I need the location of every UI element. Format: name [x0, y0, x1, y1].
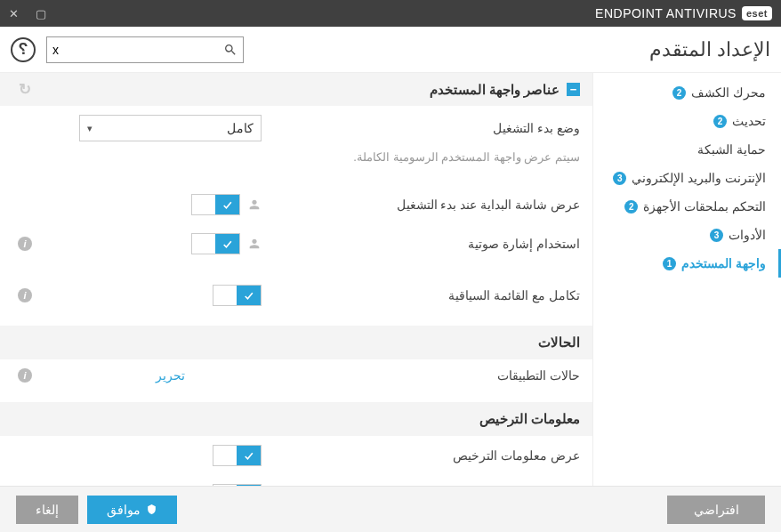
app-statuses-label: حالات التطبيقات [272, 368, 580, 383]
sidebar-item-device-control[interactable]: التحكم بملحقات الأجهزة 2 [593, 192, 781, 221]
row-sound: استخدام إشارة صوتية i [0, 224, 592, 263]
sound-toggle[interactable] [191, 233, 240, 254]
check-icon [221, 238, 233, 250]
show-license-toggle[interactable] [213, 445, 262, 466]
sidebar: محرك الكشف 2 تحديث 2 حماية الشبكة الإنتر… [592, 73, 781, 486]
product-name: ENDPOINT ANTIVIRUS [595, 6, 737, 20]
select-value: كامل [227, 121, 254, 135]
row-context-menu: تكامل مع القائمة السياقية i [0, 276, 592, 315]
sidebar-item-label: الأدوات [729, 228, 766, 242]
button-label: إلغاء [36, 503, 59, 517]
info-icon[interactable]: i [18, 237, 32, 251]
ok-button[interactable]: موافق [87, 496, 177, 524]
section-license-header: معلومات الترخيص [0, 402, 592, 436]
row-start-mode: وضع بدء التشغيل كامل ▾ [0, 106, 592, 150]
content-pane: − عناصر واجهة المستخدم ↻ وضع بدء التشغيل… [0, 73, 592, 486]
person-icon [247, 237, 262, 251]
sidebar-item-label: محرك الكشف [691, 85, 766, 100]
button-label: موافق [107, 503, 141, 517]
sidebar-badge: 3 [613, 172, 626, 185]
row-splash: عرض شاشة البداية عند بدء التشغيل [0, 185, 592, 224]
context-toggle[interactable] [213, 285, 262, 306]
check-icon [243, 290, 254, 302]
row-start-mode-hint: سيتم عرض واجهة المستخدم الرسومية الكاملة… [0, 150, 592, 173]
sidebar-item-label: التحكم بملحقات الأجهزة [643, 199, 766, 214]
search-field[interactable] [46, 36, 244, 63]
sidebar-item-label: حماية الشبكة [697, 142, 766, 157]
page-title: الإعداد المتقدم [649, 38, 770, 61]
row-show-license: عرض معلومات الترخيص [0, 436, 592, 475]
sidebar-item-label: واجهة المستخدم [681, 256, 766, 270]
cancel-button[interactable]: إلغاء [16, 496, 78, 524]
start-mode-hint: سيتم عرض واجهة المستخدم الرسومية الكاملة… [272, 150, 580, 164]
sidebar-item-update[interactable]: تحديث 2 [593, 107, 781, 135]
search-input[interactable] [52, 43, 223, 57]
sound-label: استخدام إشارة صوتية [272, 237, 580, 251]
show-license-label: عرض معلومات الترخيص [272, 448, 580, 463]
check-icon [243, 450, 254, 462]
context-label: تكامل مع القائمة السياقية [272, 288, 580, 302]
edit-link[interactable]: تحرير [79, 368, 262, 383]
sidebar-item-ui[interactable]: واجهة المستخدم 1 [593, 249, 781, 278]
shield-icon [146, 504, 157, 515]
info-icon[interactable]: i [18, 288, 32, 302]
close-icon[interactable]: ✕ [9, 7, 20, 20]
collapse-icon[interactable]: − [567, 83, 580, 96]
sidebar-item-label: تحديث [732, 114, 766, 128]
section-statuses-header: الحالات [0, 326, 592, 359]
topbar: الإعداد المتقدم ? [0, 27, 781, 73]
sidebar-badge: 3 [710, 229, 723, 242]
start-mode-select[interactable]: كامل ▾ [79, 115, 262, 141]
start-mode-label: وضع بدء التشغيل [272, 121, 580, 135]
sidebar-item-label: الإنترنت والبريد الإلكتروني [632, 171, 766, 185]
titlebar: eset ENDPOINT ANTIVIRUS ▢ ✕ [0, 0, 781, 27]
sidebar-badge: 2 [624, 200, 638, 214]
splash-toggle[interactable] [191, 194, 240, 215]
row-app-statuses: حالات التطبيقات تحرير i [0, 359, 592, 391]
search-icon [223, 43, 238, 57]
help-icon[interactable]: ? [11, 37, 36, 62]
section-title: عناصر واجهة المستخدم [430, 82, 560, 98]
row-show-license-msgs: إظهار رسائل وإعلامات الترخيص [0, 475, 592, 486]
person-icon [247, 197, 262, 212]
brand-logo: eset [742, 6, 772, 20]
sidebar-item-tools[interactable]: الأدوات 3 [593, 221, 781, 249]
default-button[interactable]: افتراضي [667, 496, 765, 524]
reset-icon[interactable]: ↻ [12, 80, 37, 99]
sidebar-badge: 1 [663, 257, 676, 270]
info-icon[interactable]: i [18, 368, 32, 383]
check-icon [221, 199, 233, 211]
chevron-down-icon: ▾ [87, 123, 93, 134]
button-label: افتراضي [694, 503, 739, 517]
footer: افتراضي موافق إلغاء [0, 486, 781, 532]
section-ui-elements-header: − عناصر واجهة المستخدم ↻ [0, 73, 592, 106]
maximize-icon[interactable]: ▢ [36, 7, 47, 20]
sidebar-badge: 2 [713, 115, 727, 128]
sidebar-item-web-email[interactable]: الإنترنت والبريد الإلكتروني 3 [593, 164, 781, 192]
splash-label: عرض شاشة البداية عند بدء التشغيل [272, 197, 580, 212]
sidebar-item-network[interactable]: حماية الشبكة [593, 135, 781, 164]
sidebar-badge: 2 [672, 86, 686, 100]
show-license-msgs-toggle[interactable] [213, 484, 262, 486]
sidebar-item-detection[interactable]: محرك الكشف 2 [593, 78, 781, 107]
